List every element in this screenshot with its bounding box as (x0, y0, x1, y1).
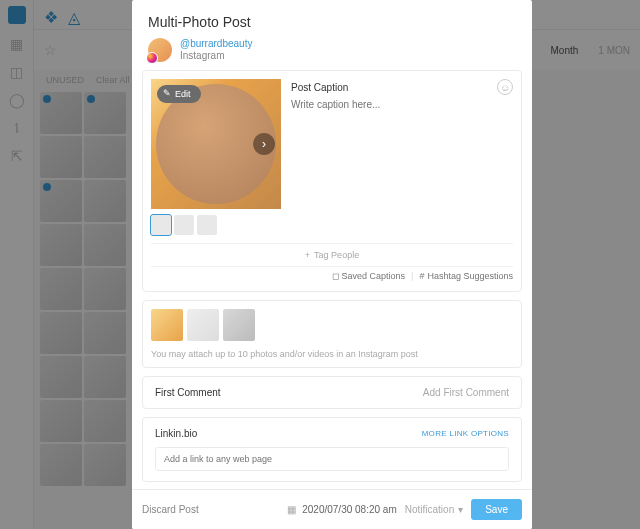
schedule-datetime-picker[interactable]: ▦ 2020/07/30 08:20 am (287, 504, 397, 515)
media-thumb-small[interactable] (151, 215, 171, 235)
media-thumb-strip (151, 215, 281, 235)
saved-captions-link[interactable]: ◻Saved Captions (332, 271, 406, 281)
caption-input[interactable] (291, 99, 513, 139)
hashtag-suggestions-link[interactable]: #Hashtag Suggestions (419, 271, 513, 281)
modal-body[interactable]: Edit › Post Caption ☺ (132, 70, 532, 489)
save-button[interactable]: Save (471, 499, 522, 520)
queue-thumb[interactable] (187, 309, 219, 341)
media-queue-card: You may attach up to 10 photos and/or vi… (142, 300, 522, 368)
account-row[interactable]: @burrardbeauty Instagram (148, 38, 516, 62)
queue-hint-text: You may attach up to 10 photos and/or vi… (151, 349, 513, 359)
carousel-next-icon[interactable]: › (253, 133, 275, 155)
linkinbio-card: Linkin.bio MORE LINK OPTIONS (142, 417, 522, 482)
bookmark-icon: ◻ (332, 271, 339, 281)
tag-people-button[interactable]: Tag People (151, 243, 513, 266)
media-thumb-small[interactable] (174, 215, 194, 235)
account-avatar (148, 38, 172, 62)
notification-dropdown[interactable]: Notification ▾ (405, 504, 463, 515)
media-preview[interactable]: Edit › (151, 79, 281, 209)
post-editor-modal: Multi-Photo Post @burrardbeauty Instagra… (132, 0, 532, 529)
more-link-options-button[interactable]: MORE LINK OPTIONS (422, 429, 509, 438)
emoji-picker-icon[interactable]: ☺ (497, 79, 513, 95)
chevron-down-icon: ▾ (458, 504, 463, 515)
instagram-badge-icon (146, 52, 158, 64)
queue-thumb[interactable] (151, 309, 183, 341)
calendar-icon: ▦ (287, 504, 296, 515)
account-platform: Instagram (180, 50, 252, 62)
close-icon[interactable]: ✕ (515, 6, 532, 30)
schedule-datetime-value: 2020/07/30 08:20 am (302, 504, 397, 515)
first-comment-card: First Comment Add First Comment (142, 376, 522, 409)
modal-footer: Discard Post ▦ 2020/07/30 08:20 am Notif… (132, 489, 532, 529)
linkinbio-url-input[interactable] (155, 447, 509, 471)
add-first-comment-button[interactable]: Add First Comment (423, 387, 509, 398)
caption-title: Post Caption (291, 82, 348, 93)
account-handle: @burrardbeauty (180, 38, 252, 50)
media-caption-card: Edit › Post Caption ☺ (142, 70, 522, 292)
discard-post-button[interactable]: Discard Post (142, 504, 199, 515)
edit-media-button[interactable]: Edit (157, 85, 201, 103)
media-thumb-small[interactable] (197, 215, 217, 235)
queue-thumb[interactable] (223, 309, 255, 341)
hashtag-icon: # (419, 271, 424, 281)
modal-title: Multi-Photo Post (148, 14, 516, 30)
linkinbio-label: Linkin.bio (155, 428, 197, 439)
first-comment-label: First Comment (155, 387, 221, 398)
modal-header: Multi-Photo Post @burrardbeauty Instagra… (132, 0, 532, 70)
